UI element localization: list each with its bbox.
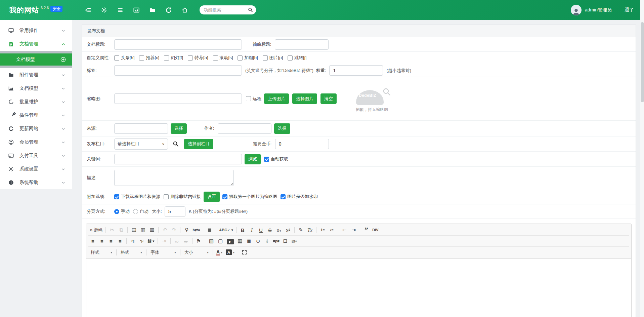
image-add-icon[interactable]: ▧+ [290,237,299,245]
subscript-icon[interactable]: x₂ [274,226,284,234]
attachment-icon[interactable]: ⊡ [281,237,290,245]
select-all-icon[interactable]: ≣ [205,226,214,234]
plus-circle-icon[interactable] [60,57,66,62]
anchor-icon[interactable]: ⚑ [194,237,203,245]
unlink-icon[interactable]: ∞ [181,237,190,245]
username-label[interactable]: admin管理员 [585,7,612,13]
image-watermark-checkbox[interactable]: 图片是否加水印 [281,194,318,200]
collapse-menu-icon[interactable] [85,7,91,13]
outdent-icon[interactable]: ⇤ [340,226,349,234]
cut-icon[interactable]: ✂ [108,226,117,234]
remove-format-icon[interactable]: Tx [305,226,314,234]
gold-input[interactable] [275,139,329,149]
scrollbar-thumb[interactable] [641,22,644,102]
strikethrough-icon[interactable]: S [265,226,274,234]
italic-icon[interactable]: I [247,226,256,234]
align-left-icon[interactable]: ≡ [88,237,97,245]
align-right-icon[interactable]: ≡ [106,237,116,245]
refresh-icon[interactable] [165,7,172,13]
search-icon[interactable] [248,7,253,12]
div-container-icon[interactable]: DIV [371,226,380,234]
sidebar-item-doc-model[interactable]: 文档模型 [0,82,72,95]
style-select[interactable]: 样式▾ [88,248,115,256]
sidebar-item-system-settings[interactable]: 系统设置 [0,162,72,176]
keywords-input[interactable] [114,154,242,164]
find-icon[interactable]: ⚲ [182,226,191,234]
attr-picture-checkbox[interactable]: 图片[p] [263,55,283,61]
paste-text-icon[interactable]: ▥ [138,226,147,234]
author-select-button[interactable]: 选择 [274,123,290,134]
font-size-select[interactable]: 大小▾ [182,248,211,256]
maximize-icon[interactable] [240,248,249,256]
attr-bold-checkbox[interactable]: 加粗[b] [238,55,258,61]
replace-icon[interactable]: b⇄a [191,226,201,234]
settings-button[interactable]: 设置 [204,192,220,202]
special-char-icon[interactable]: Ω [254,237,263,245]
paging-size-input[interactable] [165,206,185,217]
redo-icon[interactable]: ↷ [169,226,178,234]
sidebar-item-update-site[interactable]: 更新网站 [0,122,72,135]
justify-icon[interactable]: ≡ [116,237,125,245]
thumbnail-input[interactable] [114,93,242,104]
category-select[interactable]: 请选择栏目 ∨ [114,138,168,150]
indent-icon[interactable]: ⇥ [349,226,358,234]
font-select[interactable]: 字体▾ [148,248,178,256]
sidebar-submenu-doc-model[interactable]: 文档模型 [0,53,72,66]
avatar[interactable] [571,5,582,15]
align-center-icon[interactable]: ≡ [97,237,106,245]
ltr-icon[interactable]: ›¶ [128,237,137,245]
language-button[interactable]: 話 ▾ [146,237,156,245]
source-select-button[interactable]: 选择 [171,123,187,134]
undo-icon[interactable]: ↶ [160,226,169,234]
choose-image-button[interactable]: 选择图片 [292,93,317,104]
paging-auto-radio[interactable]: 自动 [133,208,148,214]
upload-image-button[interactable]: 上传图片 [264,93,289,104]
home-icon[interactable] [181,7,188,13]
sidebar-item-plugins[interactable]: 插件管理 [0,109,72,122]
source-button[interactable]: ‹› 源码 [88,226,104,234]
bg-color-button[interactable]: A▾ [224,248,236,256]
brief-title-input[interactable] [275,39,329,50]
copy-format-icon[interactable]: ✎ [296,226,305,234]
text-color-button[interactable]: A▾ [215,248,224,256]
menu-list-icon[interactable] [117,7,124,13]
category-search-icon[interactable] [173,141,179,147]
search-input[interactable] [204,7,248,12]
numbered-list-icon[interactable]: 1≡ [318,226,327,234]
logout-link[interactable]: 退了 [625,7,634,13]
sidebar-item-members[interactable]: 会员管理 [0,135,72,149]
spellcheck-button[interactable]: ABC✓ ▾ [218,226,234,234]
source-input[interactable] [114,123,168,134]
weight-input[interactable] [329,65,383,76]
placeholder-icon[interactable]: ▢ [216,237,225,245]
page-break-icon[interactable]: ⇟ [263,237,272,245]
paste-icon[interactable]: ▤ [129,226,138,234]
folder-icon[interactable] [149,7,156,13]
tags-input[interactable] [114,65,242,76]
attr-headline-checkbox[interactable]: 头条[h] [114,55,134,61]
editor-content-area[interactable] [86,259,631,317]
superscript-icon[interactable]: x² [284,226,293,234]
page-scrollbar[interactable] [640,0,644,317]
first-image-thumb-checkbox[interactable]: 提取第一个图片为缩略图 [222,194,277,200]
indent-paragraph-icon[interactable]: ⇥ [160,237,169,245]
bold-icon[interactable]: B [238,226,247,234]
clear-button[interactable]: 清空 [320,93,337,104]
hr-icon[interactable]: ≣ [245,237,254,245]
dede-pagination-icon[interactable]: #p# [272,237,281,245]
description-textarea[interactable] [114,170,234,186]
format-select[interactable]: 格式▾ [118,248,144,256]
browse-button[interactable]: 浏览 [245,154,261,164]
remove-external-links-checkbox[interactable]: 删除非站内链接 [164,194,201,200]
sidebar-item-attachment[interactable]: 附件管理 [0,68,72,82]
sidebar-item-payment[interactable]: 支付工具 [0,149,72,162]
attr-special-checkbox[interactable]: 特荐[a] [188,55,208,61]
remote-checkbox[interactable]: 远程 [246,96,261,102]
author-input[interactable] [218,123,271,134]
attr-slide-checkbox[interactable]: 幻灯[f] [164,55,183,61]
sidebar-item-batch-maintain[interactable]: 批量维护 [0,95,72,109]
sidebar-item-doc-manage[interactable]: 文档管理 [0,37,72,51]
attr-scroll-checkbox[interactable]: 滚动[s] [213,55,233,61]
link-icon[interactable]: ∞ [172,237,181,245]
image-icon[interactable]: ▧ [207,237,216,245]
